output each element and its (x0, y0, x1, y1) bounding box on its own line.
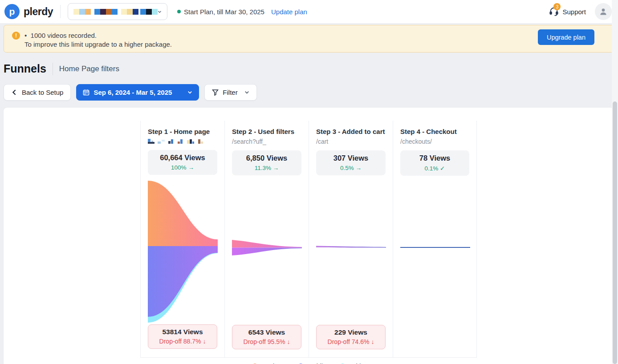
brand-name: plerdy (24, 6, 53, 18)
filter-funnel-icon (212, 89, 219, 96)
arrow-right-icon: → (356, 165, 362, 171)
dropoff-rate: Drop-off 95.5% ↓ (234, 338, 299, 345)
step-conversion-rate: 0.1% ✓ (402, 165, 468, 172)
desktop-series-area (148, 181, 218, 246)
support-button[interactable]: 3 Support (549, 7, 586, 16)
banner-line-2: To improve this limit upgrade to a highe… (24, 40, 172, 49)
plerdy-logo-icon: p (4, 4, 20, 19)
step-views: 78 Views (402, 154, 468, 162)
step-conversion-rate: 100% → (150, 164, 215, 171)
funnel-step-3-column: Step 3 - Added to cart /cart 307 Views 0… (309, 121, 393, 357)
nav-divider (60, 5, 61, 18)
combined-series-area (400, 247, 470, 248)
funnel-name: Home Page filters (59, 65, 119, 73)
check-icon: ✓ (440, 165, 445, 172)
dropoff-views: 53814 Views (150, 328, 215, 336)
plerdy-logo[interactable]: p plerdy (4, 4, 53, 19)
upgrade-plan-button[interactable]: Upgrade plan (538, 29, 594, 45)
arrow-down-icon: ↓ (203, 338, 206, 345)
dropoff-views: 229 Views (318, 328, 383, 336)
arrow-right-icon: → (273, 165, 279, 171)
calendar-icon (83, 89, 89, 96)
arrow-right-icon: → (188, 164, 194, 171)
page-favicon-thumbnails (148, 138, 217, 146)
update-plan-link[interactable]: Update plan (271, 8, 307, 16)
date-range-picker[interactable]: Sep 6, 2024 - Mar 5, 2025 (76, 84, 199, 101)
step-title: Step 1 - Home page (148, 128, 217, 135)
step-title: Step 3 - Added to cart (316, 128, 386, 135)
scrollbar-thumb[interactable] (613, 101, 617, 364)
step-views: 307 Views (318, 154, 384, 162)
step-views: 6,850 Views (234, 154, 300, 162)
funnel-shape-step-3 (316, 178, 386, 324)
mobile-series-area (232, 248, 302, 256)
mobile-series-area (148, 246, 218, 317)
heading-separator (53, 63, 53, 75)
desktop-series-area (232, 240, 302, 248)
plan-status-dot (177, 10, 181, 13)
funnel-step-1-column: Step 1 - Home page 60,664 Views 100% → (140, 121, 224, 357)
step-title: Step 4 - Checkout (400, 128, 469, 135)
dropoff-rate: Drop-off 74.6% ↓ (318, 338, 383, 345)
step-views: 60,664 Views (150, 154, 215, 162)
step-title: Step 2 - Used filters (232, 128, 301, 135)
step-url: /checkouts/ (400, 138, 469, 146)
step-url: /search?uff_ (232, 138, 301, 146)
funnel-shape-step-1 (148, 177, 218, 324)
filter-button[interactable]: Filter (204, 84, 256, 101)
step-dropoff-box: 53814 Views Drop-off 88.7% ↓ (148, 324, 217, 349)
step-conversion-rate: 11.3% → (234, 165, 300, 171)
support-label: Support (562, 8, 586, 16)
dropoff-views: 6543 Views (234, 328, 299, 336)
project-selector-dropdown[interactable] (68, 3, 167, 20)
dropoff-rate: Drop-off 88.7% ↓ (150, 338, 215, 345)
vertical-scrollbar[interactable] (612, 0, 618, 364)
limit-warning-banner: ! • 1000 videos recorded. To improve thi… (4, 25, 614, 53)
step-stats-box: 78 Views 0.1% ✓ (400, 150, 469, 176)
chevron-down-icon (187, 90, 192, 95)
funnel-step-2-column: Step 2 - Used filters /search?uff_ 6,850… (224, 121, 309, 357)
arrow-down-icon: ↓ (287, 338, 290, 345)
step-conversion-rate: 0.5% → (318, 165, 384, 171)
project-favicon-swatches (73, 9, 158, 15)
step-url: /cart (316, 138, 386, 146)
warning-icon: ! (12, 32, 20, 40)
step-dropoff-box: 229 Views Drop-off 74.6% ↓ (316, 325, 386, 349)
funnel-step-4-column: Step 4 - Checkout /checkouts/ 78 Views 0… (393, 121, 477, 357)
funnel-shape-step-4 (400, 178, 470, 325)
step-stats-box: 307 Views 0.5% → (316, 150, 386, 175)
funnel-report-card: Step 1 - Home page 60,664 Views 100% → (4, 108, 614, 364)
support-badge: 3 (553, 3, 561, 10)
user-avatar[interactable] (595, 3, 612, 20)
plan-status-text: Start Plan, till Mar 30, 2025 (184, 8, 264, 16)
top-nav: p plerdy Start Plan, till Mar 30, 2025 U… (0, 0, 618, 23)
back-to-setup-button[interactable]: Back to Setup (4, 84, 71, 101)
step-stats-box: 6,850 Views 11.3% → (232, 150, 301, 175)
combined-series-area (316, 246, 386, 248)
step-stats-box: 60,664 Views 100% → (148, 150, 217, 175)
page-title: Funnels (4, 62, 46, 75)
chevron-down-icon (244, 90, 249, 95)
person-icon (599, 7, 608, 16)
chevron-down-icon (158, 9, 162, 14)
device-legend: Desktop Mobile Tablet (4, 358, 614, 364)
funnel-shape-step-2 (232, 178, 302, 324)
banner-line-1: • 1000 videos recorded. (24, 31, 172, 40)
chevron-left-icon (11, 89, 18, 96)
step-dropoff-box: 6543 Views Drop-off 95.5% ↓ (232, 325, 301, 349)
arrow-down-icon: ↓ (371, 338, 374, 345)
